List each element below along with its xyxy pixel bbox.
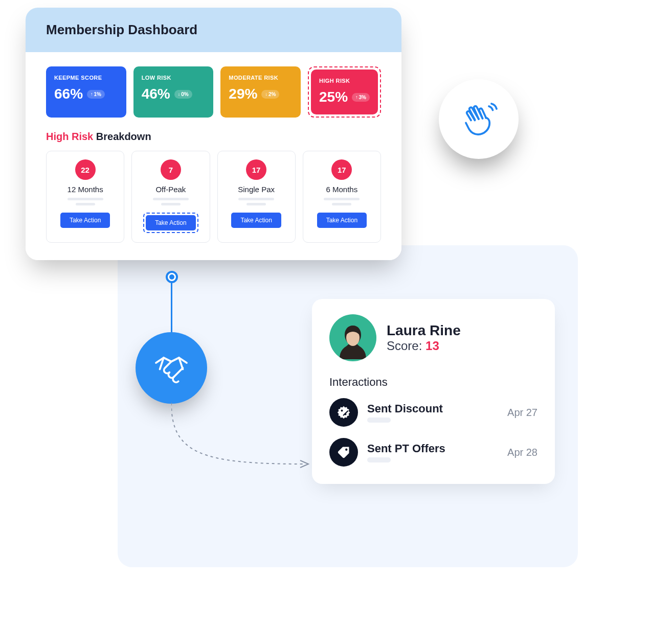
stat-keepme-score[interactable]: KEEPME SCORE 66% ↑1% <box>46 66 126 118</box>
placeholder-bars <box>138 198 203 205</box>
breakdown-row: 22 12 Months Take Action 7 Off-Peak Take… <box>46 151 381 243</box>
take-action-button[interactable]: Take Action <box>317 213 367 228</box>
placeholder-bars <box>53 198 118 205</box>
stat-delta: ↑1% <box>87 90 105 99</box>
interactions-title: Interactions <box>329 376 537 389</box>
breakdown-count: 17 <box>246 159 266 180</box>
interaction-label: Sent PT Offers <box>367 442 498 455</box>
dashboard-body: KEEPME SCORE 66% ↑1% LOW RISK 46% ↓0% MO… <box>26 52 401 260</box>
handshake-badge <box>136 332 207 404</box>
member-score-label: Score: <box>387 339 425 353</box>
stat-moderate-risk[interactable]: MODERATE RISK 29% ↓2% <box>220 66 301 118</box>
take-action-highlight: Take Action <box>143 213 198 233</box>
tag-icon <box>329 438 358 467</box>
member-name: Laura Rine <box>387 322 461 339</box>
stat-high-risk[interactable]: HIGH RISK 25% ↑3% <box>311 69 378 114</box>
wave-hand-icon <box>458 99 499 140</box>
breakdown-risk-label: High Risk <box>46 131 93 142</box>
take-action-button[interactable]: Take Action <box>146 215 195 230</box>
interaction-row: Sent PT Offers Apr 28 <box>329 438 537 467</box>
stat-label: LOW RISK <box>142 75 206 81</box>
breakdown-label: 6 Months <box>309 185 374 194</box>
arrow-up-icon: ↑ <box>355 95 358 100</box>
breakdown-card: 22 12 Months Take Action <box>46 151 124 243</box>
placeholder-bar <box>367 457 391 462</box>
stat-value: 46% <box>142 86 170 102</box>
stat-delta: ↑3% <box>352 93 370 102</box>
take-action-button[interactable]: Take Action <box>231 213 281 228</box>
stat-value: 29% <box>229 86 257 102</box>
interaction-label: Sent Discount <box>367 402 498 415</box>
stat-high-risk-highlight: HIGH RISK 25% ↑3% <box>308 66 381 118</box>
breakdown-rest-label: Breakdown <box>93 131 151 142</box>
stats-row: KEEPME SCORE 66% ↑1% LOW RISK 46% ↓0% MO… <box>46 66 381 118</box>
placeholder-bar <box>367 418 391 423</box>
member-header: Laura Rine Score: 13 <box>329 314 537 361</box>
breakdown-title: High Risk Breakdown <box>46 131 381 143</box>
stat-value: 25% <box>319 89 348 105</box>
dashboard-card: Membership Dashboard KEEPME SCORE 66% ↑1… <box>26 8 401 260</box>
breakdown-card: 17 6 Months Take Action <box>303 151 381 243</box>
member-score-value: 13 <box>425 339 439 353</box>
breakdown-count: 22 <box>75 159 96 180</box>
dashboard-header: Membership Dashboard <box>26 8 401 52</box>
stat-label: HIGH RISK <box>319 78 370 84</box>
member-card: Laura Rine Score: 13 Interactions Sent D… <box>312 299 555 484</box>
stat-delta: ↓0% <box>174 90 192 99</box>
take-action-button[interactable]: Take Action <box>60 213 110 228</box>
avatar <box>329 314 376 361</box>
arrow-up-icon: ↑ <box>91 91 93 97</box>
breakdown-count: 17 <box>331 159 352 180</box>
placeholder-bars <box>224 198 289 205</box>
interaction-date: Apr 27 <box>507 407 537 419</box>
breakdown-label: Off-Peak <box>138 185 203 194</box>
breakdown-card: 17 Single Pax Take Action <box>217 151 296 243</box>
stat-label: MODERATE RISK <box>229 75 293 81</box>
member-score: Score: 13 <box>387 339 461 353</box>
page-title: Membership Dashboard <box>46 22 381 38</box>
connector-dot <box>166 271 178 283</box>
arrow-down-icon: ↓ <box>265 91 267 97</box>
interaction-row: Sent Discount Apr 27 <box>329 398 537 427</box>
placeholder-bars <box>309 198 374 205</box>
breakdown-label: Single Pax <box>224 185 289 194</box>
breakdown-count: 7 <box>161 159 181 180</box>
svg-point-4 <box>345 449 347 451</box>
arrow-down-icon: ↓ <box>178 91 181 97</box>
stat-delta: ↓2% <box>261 90 279 99</box>
stat-label: KEEPME SCORE <box>54 75 118 81</box>
breakdown-card: 7 Off-Peak Take Action <box>131 151 210 243</box>
discount-icon <box>329 398 358 427</box>
interaction-date: Apr 28 <box>507 447 537 458</box>
svg-point-1 <box>341 410 343 412</box>
breakdown-label: 12 Months <box>53 185 118 194</box>
stat-value: 66% <box>54 86 83 102</box>
handshake-icon <box>151 347 192 388</box>
stat-low-risk[interactable]: LOW RISK 46% ↓0% <box>133 66 214 118</box>
wave-badge <box>439 79 519 159</box>
